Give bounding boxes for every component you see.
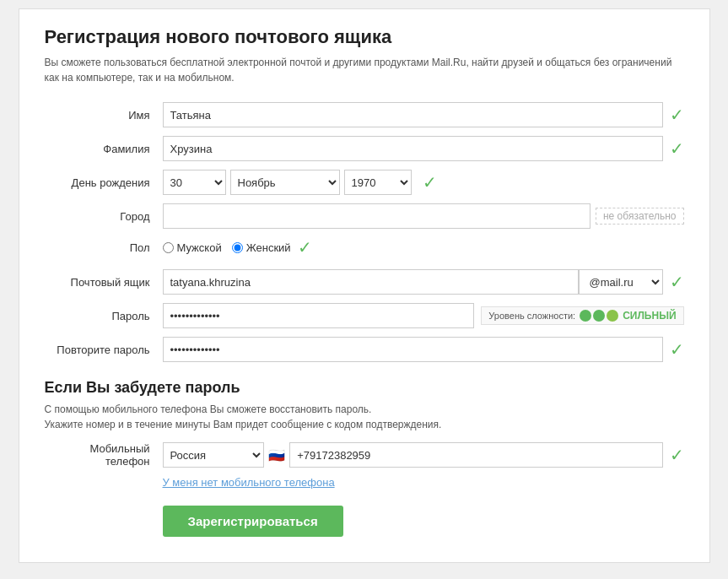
phone-input[interactable] [289,442,662,468]
password-label: Пароль [45,310,163,322]
surname-label: Фамилия [45,143,163,155]
strength-dot-3 [607,310,618,322]
phone-check-icon: ✓ [670,445,684,465]
phone-label: Мобильный телефон [45,442,163,468]
dob-control: 30 ЯнварьФевральМарт АпрельМайИюнь ИюльА… [163,170,684,195]
no-phone-link[interactable]: У меня нет мобильного телефона [163,476,684,489]
gender-control: Мужской Женский ✓ [163,237,684,257]
strength-value: СИЛЬНЫЙ [623,310,676,322]
submit-button[interactable]: Зарегистрироваться [163,506,343,537]
gender-check-icon: ✓ [298,237,312,257]
surname-check-icon: ✓ [670,138,684,159]
city-row: Город не обязательно [45,203,684,229]
surname-row: Фамилия ✓ [45,136,684,161]
gender-female-option[interactable]: Женский [232,241,291,254]
gender-female-radio[interactable] [232,242,243,253]
registration-form: Регистрация нового почтового ящика Вы см… [19,8,710,563]
name-input[interactable] [163,102,663,127]
gender-male-option[interactable]: Мужской [163,241,222,254]
gender-radio-group: Мужской Женский [163,241,291,254]
dob-day-select[interactable]: 30 [163,170,226,195]
recovery-title: Если Вы забудете пароль [45,379,684,397]
strength-indicator: Уровень сложности: СИЛЬНЫЙ [481,306,683,325]
page-title: Регистрация нового почтового ящика [45,26,684,48]
name-check-icon: ✓ [670,105,684,125]
surname-control: ✓ [163,136,684,161]
name-row: Имя ✓ [45,102,684,127]
name-label: Имя [45,109,163,122]
phone-row: Мобильный телефон Россия 🇷🇺 ✓ [45,442,684,468]
gender-male-label: Мужской [177,241,222,254]
city-optional-label: не обязательно [596,208,684,225]
password-control: Уровень сложности: СИЛЬНЫЙ [163,303,684,328]
email-control: @mail.ru @inbox.ru @list.ru @bk.ru ✓ [163,269,684,295]
recovery-desc-1: С помощью мобильного телефона Вы сможете… [45,403,372,415]
surname-input[interactable] [163,136,663,161]
dob-group: 30 ЯнварьФевральМарт АпрельМайИюнь ИюльА… [163,170,437,195]
email-check-icon: ✓ [670,272,684,292]
email-label: Почтовый ящик [45,276,163,289]
dob-row: День рождения 30 ЯнварьФевральМарт Апрел… [45,170,684,195]
phone-country-select[interactable]: Россия [163,442,265,468]
gender-label: Пол [45,241,163,254]
strength-dot-2 [593,310,605,322]
phone-group: Россия 🇷🇺 [163,442,663,468]
password-confirm-input[interactable] [163,337,663,362]
city-input-wrapper: не обязательно [163,203,684,229]
recovery-desc-2: Укажите номер и в течение минуты Вам при… [45,419,442,430]
dob-year-select[interactable]: 1970 [344,170,412,195]
city-control: не обязательно [163,203,684,229]
gender-row: Пол Мужской Женский ✓ [45,237,684,257]
email-domain-select[interactable]: @mail.ru @inbox.ru @list.ru @bk.ru [579,269,663,295]
recovery-desc: С помощью мобильного телефона Вы сможете… [45,402,684,432]
dob-check-icon: ✓ [423,172,437,192]
password-row: Пароль Уровень сложности: СИЛЬНЫЙ [45,303,684,328]
city-input[interactable] [163,203,590,229]
password-input[interactable] [163,303,475,328]
password-confirm-control: ✓ [163,337,684,362]
name-control: ✓ [163,102,684,127]
email-group: @mail.ru @inbox.ru @list.ru @bk.ru [163,269,663,295]
strength-text-label: Уровень сложности: [488,311,575,321]
strength-dot-1 [580,310,591,322]
dob-month-select[interactable]: ЯнварьФевральМарт АпрельМайИюнь ИюльАвгу… [230,170,340,195]
city-label: Город [45,210,163,223]
password-confirm-check-icon: ✓ [670,339,684,360]
email-input[interactable] [163,269,579,295]
phone-flag-icon: 🇷🇺 [268,447,285,463]
dob-label: День рождения [45,176,163,189]
recovery-section: Если Вы забудете пароль С помощью мобиль… [45,379,684,432]
email-row: Почтовый ящик @mail.ru @inbox.ru @list.r… [45,269,684,295]
gender-female-label: Женский [246,241,291,254]
page-subtitle: Вы сможете пользоваться бесплатной элект… [45,55,684,85]
strength-dots [580,310,618,322]
gender-male-radio[interactable] [163,242,174,253]
password-confirm-row: Повторите пароль ✓ [45,337,684,362]
password-group: Уровень сложности: СИЛЬНЫЙ [163,303,684,328]
phone-control: Россия 🇷🇺 ✓ [163,442,684,468]
password-confirm-label: Повторите пароль [45,344,163,356]
